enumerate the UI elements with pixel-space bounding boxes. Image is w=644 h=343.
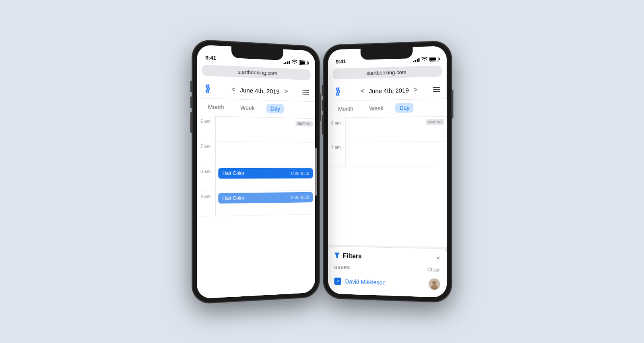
volume-up-button-right[interactable] [322, 84, 323, 96]
filter-clear-button[interactable]: Clear [427, 266, 440, 273]
calendar-body-left: 6 am GMT+01 7 am 8 am Hair Color [197, 116, 315, 299]
event-haircolor2-left[interactable]: Hair Color 8:00-9:30 [218, 192, 313, 203]
nav-section-right: < June 4th, 2019 > [359, 85, 419, 95]
time-label-8am-left: 8 am [197, 166, 216, 173]
filter-users-header: USERS Clear [334, 264, 440, 273]
event-name-left: Hair Color [223, 170, 245, 176]
signal-bar-1 [283, 63, 285, 64]
time-content-8am-left: Hair Color 8:00-9:30 [215, 166, 315, 191]
time-label-9am-left: 9 am [197, 191, 216, 199]
view-tabs-right: Month Week Day [328, 99, 447, 118]
filter-title-text: Filters [343, 252, 362, 260]
hamburger-menu-left[interactable] [302, 90, 309, 94]
time-row-7am-left: 7 am [197, 141, 315, 166]
event-time2-left: 8:00-9:30 [291, 195, 309, 199]
volume-up-button[interactable] [190, 80, 192, 92]
battery-icon [299, 60, 308, 65]
silent-switch-right[interactable] [322, 115, 323, 134]
battery-icon-right [429, 57, 438, 62]
right-phone-screen: 9:41 [328, 45, 447, 297]
signal-bar-4 [289, 60, 290, 64]
time-row-6am-right: 6 am GMT+01 [328, 116, 447, 142]
gmt-badge-right: GMT+01 [425, 119, 444, 125]
hamburger-line-3 [302, 93, 309, 94]
time-content-7am-right [345, 141, 447, 166]
view-tabs-left: Month Week Day [197, 98, 315, 119]
event-haircolor-left[interactable]: Hair Color 8:00-9:30 [218, 168, 313, 178]
prev-arrow-left[interactable]: < [230, 85, 237, 94]
time-content-6am-left: GMT+01 [215, 116, 315, 142]
time-label-6am-right: 6 am [328, 118, 345, 125]
time-row-9am-left: 9 am Hair Color 8:00-9:30 [197, 190, 315, 216]
filter-users-label: USERS [334, 265, 350, 270]
hamburger-line-2 [302, 91, 309, 92]
app-logo-left [204, 82, 216, 95]
phone-right: 9:41 [323, 41, 452, 302]
next-arrow-left[interactable]: > [283, 87, 289, 96]
app-logo-right [334, 85, 346, 97]
wifi-icon-right [421, 56, 427, 62]
status-icons-right [413, 56, 439, 62]
phone-left: 9:41 [192, 39, 320, 304]
filter-header: Filters × [334, 252, 440, 262]
signal-bar-3 [287, 61, 288, 64]
time-label-6am-left: 6 am [197, 116, 216, 123]
signal-bar-r4 [418, 58, 419, 62]
notch-right [361, 47, 413, 60]
wifi-icon [292, 60, 297, 65]
calendar-body-right: 6 am GMT+01 7 am [328, 116, 447, 246]
filter-close-button[interactable]: × [436, 254, 440, 261]
power-button-right[interactable] [452, 90, 453, 118]
time-row-6am-left: 6 am GMT+01 [197, 116, 315, 142]
hamburger-line-r3 [433, 91, 440, 92]
next-arrow-right[interactable]: > [412, 85, 419, 94]
notch [231, 46, 283, 60]
hamburger-line-r1 [433, 86, 440, 87]
url-input-right[interactable]: startbooking.com [332, 66, 442, 79]
hamburger-line-1 [302, 90, 309, 91]
filter-panel: Filters × USERS Clear ✓ David Mikkleson [328, 246, 447, 298]
time-right: 9:41 [336, 58, 346, 65]
time-label-7am-left: 7 am [197, 141, 216, 149]
event-time-left: 8:00-9:30 [291, 171, 309, 176]
tab-month-right[interactable]: Month [334, 104, 357, 114]
signal-bar-r3 [417, 59, 418, 62]
hamburger-line-r2 [433, 89, 440, 90]
tab-day-left[interactable]: Day [266, 103, 284, 113]
time-content-7am-left [215, 141, 315, 166]
silent-switch[interactable] [190, 112, 192, 133]
tab-day-right[interactable]: Day [395, 103, 413, 113]
gmt-badge-left: GMT+01 [295, 121, 313, 127]
app-header-right: < June 4th, 2019 > [328, 80, 447, 101]
user-avatar-david [429, 278, 440, 290]
tab-week-right[interactable]: Week [365, 103, 387, 113]
event-name2-left: Hair Color [223, 195, 245, 201]
user-name-david: David Mikkleson [345, 278, 425, 287]
user-row-david[interactable]: ✓ David Mikkleson [334, 274, 440, 292]
nav-section-left: < June 4th, 2019 > [230, 85, 289, 96]
left-phone-screen: 9:41 [197, 44, 315, 298]
tab-month-left[interactable]: Month [204, 102, 228, 112]
signal-icon-right [413, 57, 420, 62]
signal-bar-r1 [413, 60, 414, 62]
status-icons-left [283, 59, 308, 66]
tab-week-left[interactable]: Week [236, 103, 258, 113]
signal-bar-r2 [415, 60, 416, 62]
volume-down-button-right[interactable] [322, 100, 323, 111]
time-content-6am-right: GMT+01 [345, 116, 447, 142]
time-row-7am-right: 7 am [328, 141, 447, 166]
nav-date-right: June 4th, 2019 [369, 86, 409, 94]
scroll-indicator [315, 148, 317, 196]
signal-icon [283, 60, 290, 64]
signal-bar-2 [285, 62, 286, 64]
time-left: 9:41 [205, 54, 216, 61]
time-label-7am-right: 7 am [328, 142, 345, 149]
prev-arrow-right[interactable]: < [359, 86, 366, 95]
hamburger-menu-right[interactable] [433, 86, 440, 92]
volume-down-button[interactable] [190, 96, 192, 108]
time-row-8am-left: 8 am Hair Color 8:00-9:30 [197, 166, 315, 191]
filter-title-section: Filters [334, 252, 361, 260]
user-checkbox-david[interactable]: ✓ [334, 277, 341, 285]
power-button[interactable] [320, 93, 321, 121]
nav-date-left: June 4th, 2019 [240, 86, 279, 94]
